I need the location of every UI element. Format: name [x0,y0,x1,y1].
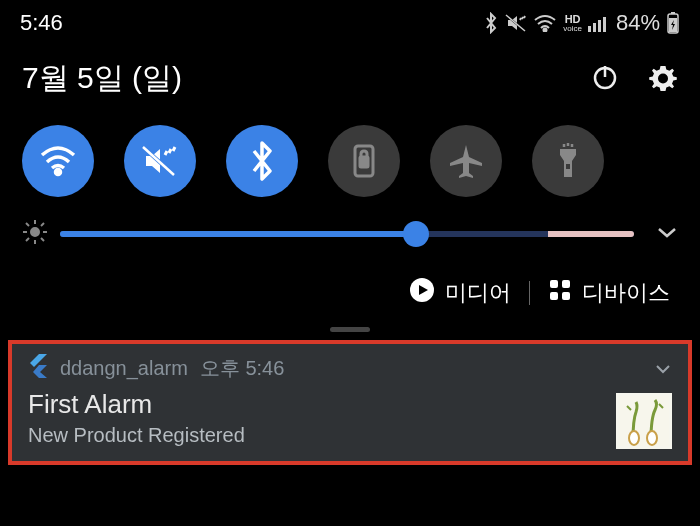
battery-percent: 84% [616,10,660,36]
svg-point-15 [31,228,39,236]
svg-rect-25 [550,280,558,288]
hd-voice-icon: HDvoice [563,14,582,33]
notification-card[interactable]: ddangn_alarm 오후 5:46 First Alarm New Pro… [8,340,692,465]
panel-handle[interactable] [330,327,370,332]
play-circle-icon [409,277,435,309]
mute-vibrate-icon [505,13,527,33]
quick-toggles [0,107,700,207]
chevron-down-icon[interactable] [654,357,672,380]
notification-title: First Alarm [28,389,672,420]
svg-rect-1 [588,26,591,32]
divider [529,281,530,305]
svg-line-22 [41,223,44,226]
svg-line-23 [26,238,29,241]
gear-icon[interactable] [648,62,678,96]
svg-rect-6 [671,12,675,14]
svg-rect-4 [603,17,606,32]
svg-point-10 [658,73,668,83]
power-icon[interactable] [590,62,620,96]
flutter-icon [28,354,48,383]
sound-toggle[interactable] [124,125,196,197]
device-button[interactable]: 디바이스 [548,278,670,308]
rotation-lock-toggle[interactable] [328,125,400,197]
battery-charging-icon [666,11,680,35]
svg-rect-3 [598,20,601,32]
svg-rect-13 [360,157,368,167]
quick-shortcuts: 미디어 디바이스 [0,257,700,319]
svg-point-31 [647,431,657,445]
svg-rect-2 [593,23,596,32]
bluetooth-icon [483,12,499,34]
svg-line-20 [26,223,29,226]
media-label: 미디어 [445,278,511,308]
svg-rect-14 [566,164,570,169]
grid-icon [548,278,572,308]
notification-body: New Product Registered [28,424,672,447]
svg-point-30 [629,431,639,445]
wifi-icon [533,14,557,32]
svg-rect-29 [619,396,669,446]
notification-app-name: ddangn_alarm [60,357,188,380]
device-label: 디바이스 [582,278,670,308]
status-bar: 5:46 HDvoice [0,0,700,40]
brightness-icon [22,219,48,249]
svg-point-0 [544,29,547,32]
svg-rect-26 [562,280,570,288]
flashlight-toggle[interactable] [532,125,604,197]
date-row: 7월 5일 (일) [0,40,700,107]
notification-time: 오후 5:46 [200,355,284,382]
notification-header: ddangn_alarm 오후 5:46 [28,354,672,383]
svg-point-11 [56,170,61,175]
svg-rect-27 [550,292,558,300]
svg-rect-28 [562,292,570,300]
status-icons: HDvoice 84% [483,10,680,36]
svg-line-21 [41,238,44,241]
wifi-toggle[interactable] [22,125,94,197]
status-time: 5:46 [20,10,63,36]
media-button[interactable]: 미디어 [409,277,511,309]
brightness-slider[interactable] [60,231,634,237]
bluetooth-toggle[interactable] [226,125,298,197]
date-text: 7월 5일 (일) [22,58,182,99]
signal-icon [588,14,610,32]
brightness-row [0,207,700,257]
notification-thumbnail [616,393,672,449]
brightness-expand-icon[interactable] [646,225,678,243]
airplane-toggle[interactable] [430,125,502,197]
